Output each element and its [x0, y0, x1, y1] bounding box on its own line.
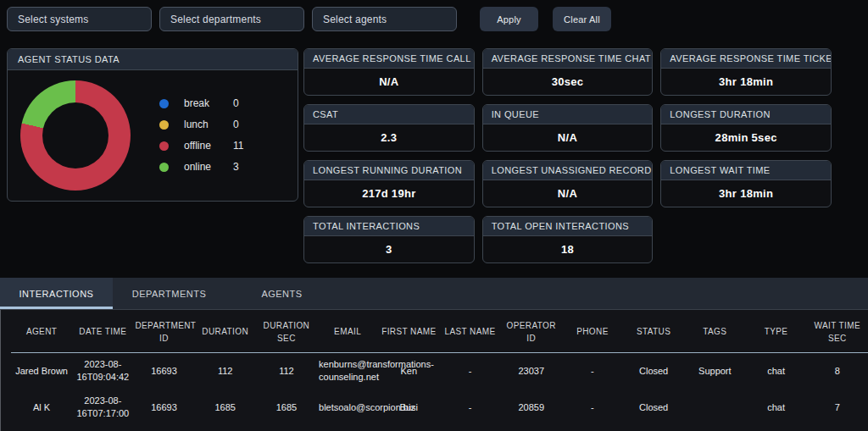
stat-label: AVERAGE RESPONSE TIME CHAT	[483, 49, 653, 69]
table-cell-date-time: 2023-08-16T07:17:00	[72, 390, 133, 426]
stat-card-avg-response-time-call: AVERAGE RESPONSE TIME CALL N/A	[303, 48, 475, 96]
table-cell-agent	[11, 426, 72, 431]
table-cell-phone: -	[562, 390, 623, 426]
legend-item-break: break 0	[159, 97, 243, 109]
stat-card-longest-running-duration: LONGEST RUNNING DURATION 217d 19hr	[303, 160, 475, 207]
table-cell-operator-id: 20859	[501, 390, 562, 426]
column-header-operator-id[interactable]: OPERATOR ID	[501, 312, 562, 353]
table-row[interactable]: Jared Brown 2023-08-16T09:04:42 16693 11…	[11, 353, 868, 390]
table-cell-agent: Jared Brown	[11, 353, 72, 390]
stat-value: N/A	[483, 124, 653, 151]
table-cell-tags	[684, 390, 745, 426]
filter-bar: Select systems Select departments Select…	[0, 0, 868, 31]
table-cell-first-name: Ken	[378, 353, 439, 390]
legend-dot-break	[159, 99, 169, 108]
table-cell-department-id: 16693	[133, 390, 194, 426]
stat-value: N/A	[304, 69, 474, 95]
stat-card-longest-unassigned-record-time: LONGEST UNASSIGNED RECORD TIME N/A	[482, 160, 654, 207]
column-header-wait-time-sec[interactable]: WAIT TIME SEC	[807, 312, 868, 353]
select-agents-label: Select agents	[323, 14, 387, 25]
legend-dot-offline	[159, 141, 169, 151]
stat-value: 217d 19hr	[304, 180, 474, 207]
legend-value: 11	[233, 140, 243, 152]
stat-card-total-interactions: TOTAL INTERACTIONS 3	[303, 216, 475, 263]
table-cell-wait-time-sec: 8	[807, 353, 868, 390]
stat-label: LONGEST UNASSIGNED RECORD TIME	[483, 161, 653, 180]
legend-label: online	[184, 161, 233, 173]
select-departments-label: Select departments	[170, 14, 261, 25]
table-cell-duration	[195, 426, 256, 431]
table-cell-type	[745, 426, 806, 431]
column-header-first-name[interactable]: FIRST NAME	[378, 312, 439, 353]
column-header-last-name[interactable]: LAST NAME	[439, 312, 500, 353]
column-header-agent[interactable]: AGENT	[11, 312, 72, 353]
table-cell-email: kenburns@transformations-counseling.net	[317, 353, 378, 390]
table-cell-duration-sec: 112	[256, 353, 317, 390]
interactions-table: AGENT DATE TIME DEPARTMENT ID DURATION D…	[11, 312, 868, 431]
stat-value: 3	[304, 236, 474, 262]
table-cell-operator-id	[501, 426, 562, 431]
tab-departments[interactable]: DEPARTMENTS	[113, 278, 225, 309]
select-systems-label: Select systems	[18, 14, 89, 25]
stat-value: 28min 5sec	[661, 124, 831, 151]
table-cell-status	[623, 426, 684, 431]
apply-button[interactable]: Apply	[480, 7, 538, 31]
stat-value: 2.3	[304, 124, 474, 151]
tab-agents[interactable]: AGENTS	[225, 278, 338, 309]
stat-label: CSAT	[304, 105, 474, 124]
legend-label: break	[184, 97, 233, 109]
table-header-row: AGENT DATE TIME DEPARTMENT ID DURATION D…	[11, 312, 868, 353]
column-header-email[interactable]: EMAIL	[317, 312, 378, 353]
main-area: AGENT STATUS DATA break 0 lunch 0 offlin…	[0, 31, 868, 263]
table-cell-phone	[562, 426, 623, 431]
column-header-status[interactable]: STATUS	[623, 312, 684, 353]
column-header-duration-sec[interactable]: DURATION SEC	[256, 312, 317, 353]
stat-label: AVERAGE RESPONSE TIME TICKET	[661, 49, 831, 69]
tab-interactions[interactable]: INTERACTIONS	[0, 278, 113, 309]
table-cell-status: Closed	[623, 353, 684, 390]
table-cell-email: bletsoalo@scorpion.biz	[317, 390, 378, 426]
table-cell-date-time: 2023-08-16T09:04:42	[72, 353, 133, 390]
column-header-date-time[interactable]: DATE TIME	[72, 312, 133, 353]
table-cell-status: Closed	[623, 390, 684, 426]
agent-status-panel: AGENT STATUS DATA break 0 lunch 0 offlin…	[7, 48, 298, 202]
legend-label: offline	[184, 140, 233, 152]
agent-status-body: break 0 lunch 0 offline 11 online 3	[8, 70, 298, 200]
table-cell-duration-sec	[256, 426, 317, 431]
table-row[interactable]: 2023-08-	[11, 426, 868, 431]
column-header-tags[interactable]: TAGS	[684, 312, 745, 353]
legend-value: 3	[233, 161, 239, 173]
stat-card-longest-wait-time: LONGEST WAIT TIME 3hr 18min	[660, 160, 832, 207]
table-cell-agent: Al K	[11, 390, 72, 426]
table-cell-last-name: -	[439, 390, 500, 426]
legend-dot-online	[159, 163, 169, 172]
column-header-duration[interactable]: DURATION	[195, 312, 256, 353]
legend-value: 0	[233, 97, 239, 109]
table-cell-wait-time-sec	[807, 426, 868, 431]
legend-value: 0	[233, 119, 239, 130]
table-cell-first-name	[378, 426, 439, 431]
column-header-type[interactable]: TYPE	[745, 312, 806, 353]
agent-status-donut-chart	[20, 80, 131, 191]
stat-card-in-queue: IN QUEUE N/A	[482, 104, 654, 152]
table-cell-date-time: 2023-08-	[72, 426, 133, 431]
legend-item-online: online 3	[159, 161, 243, 173]
clear-all-button[interactable]: Clear All	[553, 7, 611, 31]
table-cell-department-id	[133, 426, 194, 431]
column-header-department-id[interactable]: DEPARTMENT ID	[133, 312, 194, 353]
tab-bar: INTERACTIONS DEPARTMENTS AGENTS	[0, 278, 868, 310]
table-cell-department-id: 16693	[133, 353, 194, 390]
stat-value: 3hr 18min	[661, 69, 831, 95]
agent-status-title: AGENT STATUS DATA	[8, 49, 298, 70]
interactions-table-container: AGENT DATE TIME DEPARTMENT ID DURATION D…	[0, 310, 868, 431]
table-row[interactable]: Al K 2023-08-16T07:17:00 16693 1685 1685…	[11, 390, 868, 426]
agent-status-legend: break 0 lunch 0 offline 11 online 3	[159, 97, 243, 173]
stat-value: 30sec	[483, 69, 653, 95]
table-cell-type: chat	[745, 390, 806, 426]
select-systems[interactable]: Select systems	[7, 7, 152, 31]
select-agents[interactable]: Select agents	[312, 7, 457, 31]
table-cell-type: chat	[745, 353, 806, 390]
column-header-phone[interactable]: PHONE	[562, 312, 623, 353]
legend-item-lunch: lunch 0	[159, 119, 243, 130]
select-departments[interactable]: Select departments	[159, 7, 304, 31]
